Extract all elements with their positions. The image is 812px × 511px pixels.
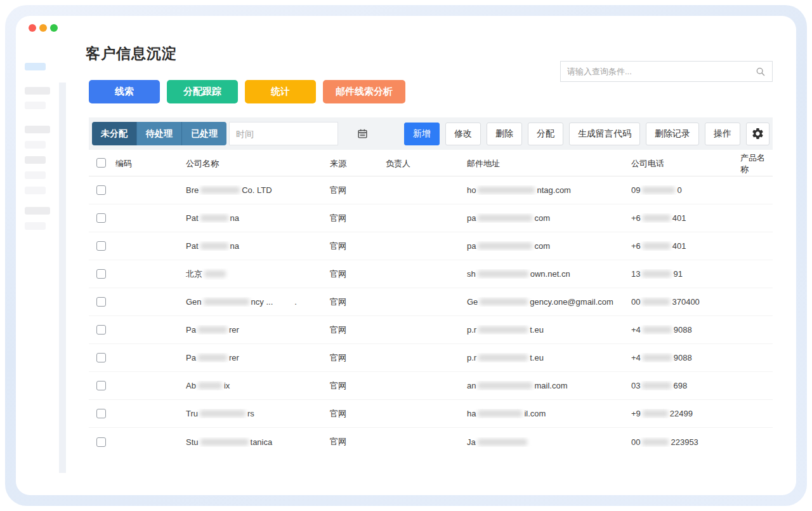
cell-text: +6 — [631, 213, 641, 223]
sidebar-skeleton-item[interactable] — [25, 141, 46, 149]
nav-buttons: 线索分配跟踪统计邮件线索分析 — [89, 80, 405, 103]
sidebar-skeleton-item[interactable] — [25, 171, 46, 179]
cell-text: p.r — [467, 325, 476, 335]
tab-unassigned[interactable]: 未分配 — [92, 122, 137, 145]
traffic-light-close-icon[interactable] — [29, 24, 36, 32]
delete-button[interactable]: 删除 — [487, 123, 522, 145]
operate-button[interactable]: 操作 — [705, 123, 740, 145]
cell-text: Ab — [186, 381, 196, 390]
cell-text: 370400 — [672, 297, 699, 307]
source-cell: 官网 — [326, 213, 382, 224]
assign-track-button[interactable]: 分配跟踪 — [167, 80, 238, 103]
sidebar-skeleton-item[interactable] — [25, 126, 50, 133]
tab-pending[interactable]: 待处理 — [137, 122, 182, 145]
phone-cell: 1391 — [627, 269, 737, 279]
checkbox-cell — [89, 297, 112, 307]
generate-code-button[interactable]: 生成留言代码 — [569, 123, 640, 145]
delete-record-button[interactable]: 删除记录 — [646, 123, 699, 145]
stats-button[interactable]: 统计 — [245, 80, 316, 103]
row-checkbox[interactable] — [96, 325, 106, 335]
assign-button[interactable]: 分配 — [528, 123, 563, 145]
cell-text: own.net.cn — [530, 269, 570, 279]
row-checkbox[interactable] — [96, 241, 106, 251]
add-button[interactable]: 新增 — [404, 123, 440, 145]
tab-processed[interactable]: 已处理 — [182, 122, 226, 145]
cell-text: pa — [467, 241, 476, 251]
cell-text: 03 — [631, 381, 640, 390]
row-checkbox[interactable] — [96, 185, 106, 195]
redacted-text — [643, 410, 668, 417]
column-header-1: 公司名称 — [182, 158, 326, 169]
gear-icon[interactable] — [751, 127, 764, 140]
source-cell: 官网 — [326, 408, 382, 420]
traffic-light-minimize-icon[interactable] — [39, 24, 47, 32]
phone-cell: +922499 — [627, 409, 737, 418]
date-filter — [229, 122, 338, 145]
row-checkbox[interactable] — [96, 269, 106, 279]
row-checkbox[interactable] — [96, 353, 106, 362]
select-all-checkbox[interactable] — [96, 158, 106, 168]
cell-text: 00 — [631, 437, 640, 447]
company-cell: Abix — [182, 381, 326, 390]
company-cell: Patna — [182, 213, 326, 223]
cell-text: com — [534, 241, 550, 251]
row-checkbox[interactable] — [96, 409, 106, 418]
sidebar-skeleton-item-active[interactable] — [25, 63, 46, 70]
redacted-text — [200, 215, 228, 222]
company-cell: Patna — [182, 241, 326, 251]
cell-text: ho — [467, 185, 476, 195]
settings-button[interactable] — [746, 123, 769, 145]
checkbox-cell — [89, 241, 112, 251]
phone-cell: +6401 — [627, 213, 737, 223]
cell-text: Pat — [186, 241, 199, 251]
sidebar-skeleton-item[interactable] — [25, 187, 46, 194]
redacted-text — [478, 270, 528, 277]
sidebar-skeleton-item[interactable] — [25, 156, 46, 164]
source-cell: 官网 — [326, 436, 382, 448]
cell-text: an — [467, 381, 476, 390]
cell-text: com — [534, 213, 550, 223]
cell-text: pa — [467, 213, 476, 223]
phone-cell: +49088 — [627, 353, 737, 362]
table-row: Parer官网p.rt.eu+49088 — [89, 344, 773, 372]
cell-text: ncy ... — [251, 297, 273, 307]
cell-text: 9088 — [674, 353, 692, 362]
cell-text: 9088 — [674, 325, 692, 335]
sidebar-skeleton-item[interactable] — [25, 222, 46, 230]
leads-button[interactable]: 线索 — [89, 80, 160, 103]
redacted-text — [200, 242, 228, 249]
checkbox-cell — [89, 437, 112, 447]
search-icon[interactable] — [756, 67, 766, 77]
cell-text: 223953 — [671, 437, 698, 447]
table-row: Abix官网anmail.com03698 — [89, 372, 773, 400]
source-cell: 官网 — [326, 296, 382, 308]
cell-text: 北京 — [186, 269, 202, 280]
cell-text: tanica — [251, 437, 273, 447]
edit-button[interactable]: 修改 — [445, 123, 481, 145]
row-checkbox[interactable] — [96, 381, 106, 390]
sidebar-skeleton-item[interactable] — [25, 87, 50, 95]
cell-text: sh — [467, 269, 476, 279]
cell-text: Stu — [186, 437, 199, 447]
cell-text: Pat — [186, 213, 199, 223]
email-lead-analysis-button[interactable]: 邮件线索分析 — [323, 80, 405, 103]
email-cell: Ja — [463, 437, 627, 447]
company-cell: Stutanica — [182, 437, 326, 447]
checkbox-cell — [89, 213, 112, 223]
calendar-icon[interactable] — [357, 128, 368, 139]
row-checkbox[interactable] — [96, 213, 106, 223]
cell-text: 13 — [631, 269, 640, 279]
row-checkbox[interactable] — [96, 437, 106, 447]
traffic-light-maximize-icon[interactable] — [50, 24, 58, 32]
sidebar-skeleton-item[interactable] — [25, 102, 46, 109]
search-input[interactable] — [561, 67, 756, 76]
company-cell: Bre Co. LTD — [182, 185, 326, 195]
sidebar-skeleton-item[interactable] — [25, 207, 50, 215]
row-checkbox[interactable] — [96, 297, 106, 307]
checkbox-cell — [89, 185, 112, 195]
cell-text: 09 — [631, 185, 640, 195]
cell-text: mail.com — [534, 381, 567, 390]
redacted-text — [643, 326, 672, 333]
cell-text: Ja — [467, 437, 476, 447]
date-input[interactable] — [230, 129, 357, 139]
